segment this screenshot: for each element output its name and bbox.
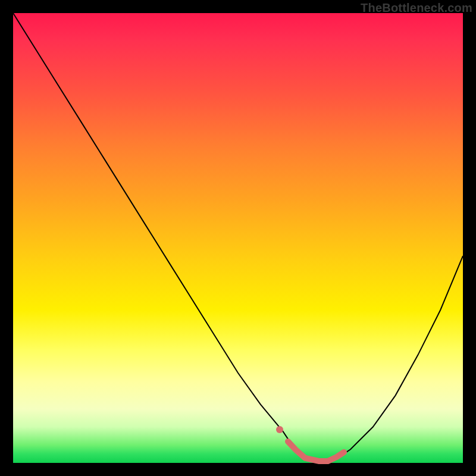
chart-area [13,13,463,463]
curve-path [13,13,463,463]
highlight-start-dot [276,426,283,433]
bottleneck-curve [13,13,463,463]
highlight-segment [288,441,344,461]
watermark-text: TheBottleneck.com [361,1,472,15]
